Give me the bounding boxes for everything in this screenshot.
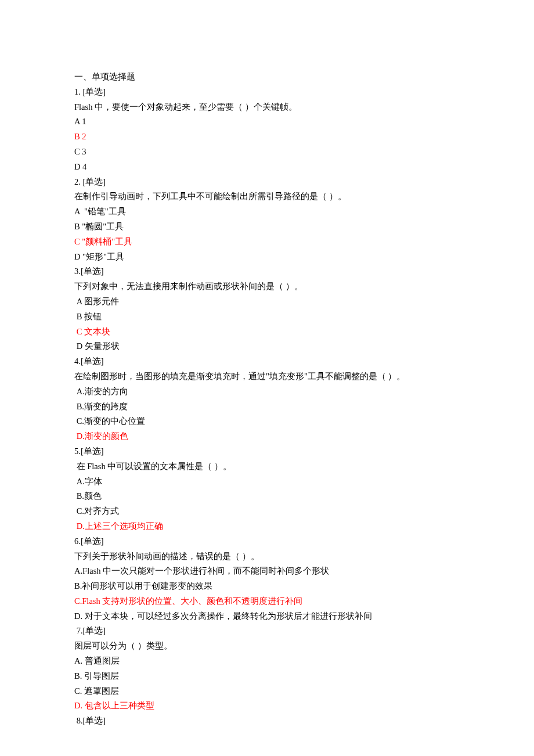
q4-option-a: A.渐变的方向 (74, 384, 460, 399)
q7-stem: 图层可以分为（ ）类型。 (74, 639, 460, 654)
q7-option-a: A. 普通图层 (74, 654, 460, 669)
q2-option-a: A "铅笔"工具 (74, 204, 460, 219)
q6-number: 6.[单选] (74, 534, 460, 549)
q5-number: 5.[单选] (74, 444, 460, 459)
q5-option-a: A.字体 (74, 474, 460, 489)
q1-option-b: B 2 (74, 129, 460, 145)
q2-option-c: C "颜料桶"工具 (74, 235, 460, 250)
q5-option-d: D.上述三个选项均正确 (74, 519, 460, 534)
q6-option-c: C.Flash 支持对形状的位置、大小、颜色和不透明度进行补间 (74, 594, 460, 609)
section-title: 一、单项选择题 (74, 70, 460, 85)
q7-option-c: C. 遮罩图层 (74, 684, 460, 699)
q6-option-b: B.补间形状可以用于创建形变的效果 (74, 579, 460, 594)
q5-option-b: B.颜色 (74, 489, 460, 504)
q4-option-b: B.渐变的跨度 (74, 399, 460, 415)
q7-option-b: B. 引导图层 (74, 669, 460, 684)
q1-option-d: D 4 (74, 160, 460, 175)
q3-option-b: B 按钮 (74, 309, 460, 325)
q5-stem: 在 Flash 中可以设置的文本属性是（ ）。 (74, 459, 460, 474)
q1-option-a: A 1 (74, 114, 460, 129)
q3-stem: 下列对象中，无法直接用来制作动画或形状补间的是（ ）。 (74, 279, 460, 294)
q2-option-b: B "椭圆"工具 (74, 219, 460, 235)
q6-option-a: A.Flash 中一次只能对一个形状进行补间，而不能同时补间多个形状 (74, 564, 460, 579)
q3-option-d: D 矢量形状 (74, 339, 460, 354)
q2-number: 2. [单选] (74, 175, 460, 190)
q4-option-d: D.渐变的颜色 (74, 429, 460, 444)
q4-number: 4.[单选] (74, 354, 460, 369)
q1-number: 1. [单选] (74, 85, 460, 100)
q7-option-d: D. 包含以上三种类型 (74, 699, 460, 714)
q7-number: 7.[单选] (74, 624, 460, 639)
q3-option-a: A 图形元件 (74, 294, 460, 309)
q4-stem: 在绘制图形时，当图形的填充是渐变填充时，通过"填充变形"工具不能调整的是（ ）。 (74, 369, 460, 384)
q4-option-c: C.渐变的中心位置 (74, 414, 460, 429)
q3-number: 3.[单选] (74, 264, 460, 279)
q3-option-c: C 文本块 (74, 325, 460, 340)
q1-stem: Flash 中，要使一个对象动起来，至少需要（ ）个关键帧。 (74, 100, 460, 115)
q2-option-d: D "矩形"工具 (74, 250, 460, 265)
q5-option-c: C.对齐方式 (74, 504, 460, 519)
q2-stem: 在制作引导动画时，下列工具中不可能绘制出所需引导路径的是（ ）。 (74, 189, 460, 204)
q8-number: 8.[单选] (74, 714, 460, 729)
q6-stem: 下列关于形状补间动画的描述，错误的是（ ）。 (74, 549, 460, 564)
q1-option-c: C 3 (74, 145, 460, 160)
q6-option-d: D. 对于文本块，可以经过多次分离操作，最终转化为形状后才能进行形状补间 (74, 609, 460, 624)
